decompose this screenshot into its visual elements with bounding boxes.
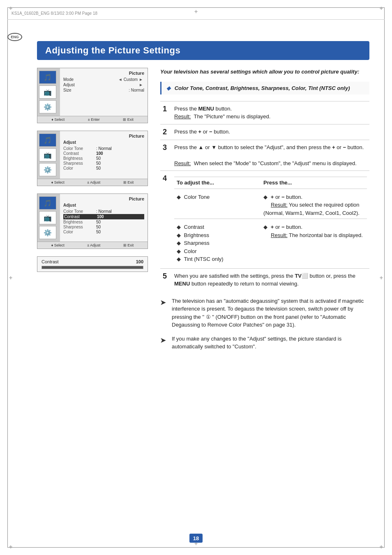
tv-menu-mode: Mode ◄ Custom ► [63, 77, 144, 82]
page-header: KS1A_01602B_ENG 8/13/02 3:00 PM Page 18 [7, 7, 385, 20]
page-border-left [7, 7, 8, 548]
step4-col-press: Press the... [261, 177, 367, 189]
step4-col-adjust: To adjust the... [174, 177, 261, 189]
tv-icon-sound-2: 🎵 [39, 134, 56, 147]
contrast-label: Contrast [42, 259, 59, 264]
step4-contrast-row: ◆ Contrast ◆ Brightness ◆ Sharpness ◆ Co… [174, 219, 367, 265]
crosshair-bottom-left: + [9, 543, 12, 550]
page-number: 18 [189, 534, 203, 543]
step-4-num: 4 [160, 171, 172, 269]
step-5-row: 5 When you are satisfied with the settin… [160, 268, 369, 291]
step4-subtable: To adjust the... Press the... ◆ Color To… [174, 177, 367, 265]
step-3-row: 3 Press the ▲ or ▼ button to select the … [160, 140, 369, 171]
tv-content-1: Picture Mode ◄ Custom ► Adjust ► Size : … [60, 68, 148, 116]
step4-colortone-action: ◆ + or − button. Result: You select the … [261, 189, 367, 219]
tv-row-colortone: Color Tone : Normal [63, 146, 144, 151]
crosshair-mid-left: + [9, 274, 12, 281]
tv-panel-2: 🎵 📺 ⚙️ Picture Adjust Color Tone : Norma… [37, 131, 148, 186]
tv-icons-3: 🎵 📺 ⚙️ [37, 194, 60, 242]
step-1-row: 1 Press the MENU button. Result: The "Pi… [160, 101, 369, 124]
tv-row3-contrast: Contrast 100 [63, 214, 144, 219]
tv-row3-brightness: Brightness 50 [63, 220, 144, 224]
tv-row-color: Color 50 [63, 166, 144, 170]
step-1-content: Press the MENU button. Result: The "Pict… [172, 101, 369, 124]
tv-content-2: Picture Adjust Color Tone : Normal Contr… [60, 131, 148, 179]
tv-panel2-header: Picture [63, 134, 144, 138]
tv-icons-1: 🎵 📺 ⚙️ [37, 68, 60, 116]
tv-row-sharpness: Sharpness 50 [63, 161, 144, 166]
contrast-bar-row: Contrast 100 [42, 259, 143, 264]
left-column: 🎵 📺 ⚙️ Picture Mode ◄ Custom ► Adjust ► … [37, 68, 148, 272]
tv-row3-color: Color 50 [63, 230, 144, 234]
tv-panel2-adjust-label: Adjust [63, 140, 144, 145]
step-3-result-label: Result: [174, 160, 191, 166]
page-border-right [384, 7, 385, 548]
tv-menu-size: Size : Normal [63, 88, 144, 92]
step-2-row: 2 Press the + or − button. [160, 124, 369, 140]
tv-icon-setup-3: ⚙️ [39, 226, 56, 239]
step-2-content: Press the + or − button. [172, 124, 369, 140]
right-column: Your television has several settings whi… [160, 68, 369, 351]
tv-panel-1: 🎵 📺 ⚙️ Picture Mode ◄ Custom ► Adjust ► … [37, 68, 148, 123]
note-arrow-1: ➤ [160, 298, 168, 308]
tv-panel-3: 🎵 📺 ⚙️ Picture Adjust Color Tone : Norma… [37, 193, 148, 249]
step-3-num: 3 [160, 140, 172, 171]
intro-text: Your television has several settings whi… [160, 68, 369, 76]
note-text-1: The television has an "automatic degauss… [172, 297, 369, 329]
step-4-row: 4 To adjust the... Press the... ◆ Color … [160, 171, 369, 269]
note-arrow-2: ➤ [160, 336, 168, 345]
contrast-bar-panel: Contrast 100 [37, 256, 148, 272]
step-3-content: Press the ▲ or ▼ button to select the "A… [172, 140, 369, 171]
step-4-content: To adjust the... Press the... ◆ Color To… [172, 171, 369, 269]
tv-icon-setup: ⚙️ [39, 100, 56, 113]
contrast-value: 100 [136, 259, 143, 264]
step4-colortone-row: ◆ Color Tone ◆ + or − button. Result: Yo… [174, 189, 367, 219]
step-1-result-label: Result: [174, 113, 191, 120]
tv-row-contrast: Contrast 100 [63, 151, 144, 156]
tv-panel2-footer: ♦ Select ± Adjust ⊞ Exit [37, 179, 148, 186]
contrast-bar-fill [42, 266, 143, 269]
step4-header-row: To adjust the... Press the... [174, 177, 367, 189]
step4-contrast-action: ◆ + or − button. Result: The horizontal … [261, 219, 367, 265]
step-2-num: 2 [160, 124, 172, 140]
tv-panel3-footer: ♦ Select ± Adjust ⊞ Exit [37, 242, 148, 249]
title-bar: Adjusting the Picture Settings [37, 41, 369, 60]
step-5-content: When you are satisfied with the settings… [172, 268, 369, 291]
tv-icon-picture: 📺 [39, 85, 56, 99]
crosshair-mid-right: + [380, 274, 383, 281]
tv-content-3: Picture Adjust Color Tone : Normal Contr… [60, 194, 148, 242]
bullet-text: Color Tone, Contrast, Brightness, Sharpn… [175, 85, 350, 91]
tv-panel1-footer: ♦ Select ± Enter ⊞ Exit [37, 116, 148, 123]
crosshair-bottom-right: + [380, 543, 383, 550]
tv-row3-colortone: Color Tone : Normal [63, 209, 144, 214]
tv-menu-adjust: Adjust ► [63, 83, 144, 87]
bullet-diamond: ◆ [166, 85, 171, 91]
eng-badge: ENG [7, 33, 22, 41]
tv-row3-sharpness: Sharpness 50 [63, 225, 144, 229]
step-5-num: 5 [160, 268, 172, 291]
contrast-bar [42, 266, 143, 269]
tv-panel1-header: Picture [63, 71, 144, 76]
tv-icon-setup-2: ⚙️ [39, 163, 56, 176]
note-block-2: ➤ If you make any changes to the "Adjust… [160, 335, 369, 351]
note-block-1: ➤ The television has an "automatic degau… [160, 297, 369, 329]
tv-icon-picture-2: 📺 [39, 148, 56, 161]
tv-icon-sound: 🎵 [39, 71, 56, 84]
tv-icons-2: 🎵 📺 ⚙️ [37, 131, 60, 179]
bullet-block: ◆ Color Tone, Contrast, Brightness, Shar… [160, 82, 369, 94]
steps-table: 1 Press the MENU button. Result: The "Pi… [160, 101, 369, 291]
tv-panel3-header: Picture [63, 196, 144, 201]
page-title: Adjusting the Picture Settings [45, 45, 361, 56]
header-meta: KS1A_01602B_ENG 8/13/02 3:00 PM Page 18 [12, 11, 97, 16]
step-1-num: 1 [160, 101, 172, 124]
tv-panel3-adjust-label: Adjust [63, 203, 144, 207]
step4-colortone-item: ◆ Color Tone [174, 189, 261, 219]
note-text-2: If you make any changes to the "Adjust" … [172, 335, 369, 351]
tv-row-brightness: Brightness 50 [63, 156, 144, 161]
step4-contrast-items: ◆ Contrast ◆ Brightness ◆ Sharpness ◆ Co… [174, 219, 261, 265]
tv-icon-sound-3: 🎵 [39, 196, 56, 210]
tv-icon-picture-3: 📺 [39, 211, 56, 224]
page-border-bottom [7, 547, 385, 548]
